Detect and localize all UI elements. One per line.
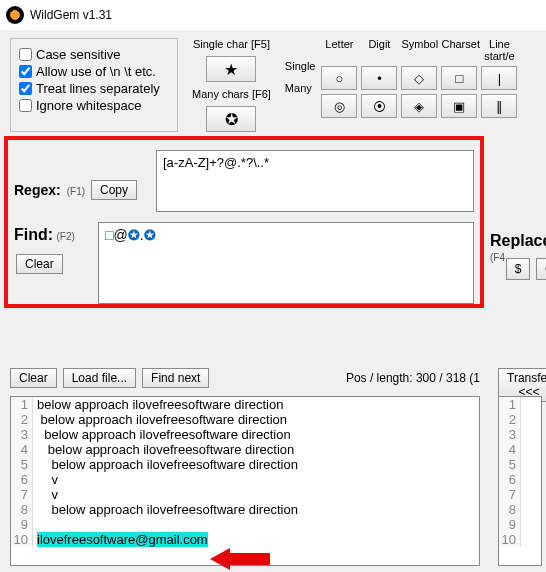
editor-line: 6 v bbox=[11, 472, 479, 487]
cell-many-line[interactable]: ‖ bbox=[481, 94, 517, 118]
cell-many-symbol[interactable]: ◈ bbox=[401, 94, 437, 118]
cell-single-letter[interactable]: ○ bbox=[321, 66, 357, 90]
editor-line: 1below approach ilovefreesoftware direct… bbox=[11, 397, 479, 412]
cell-single-charset[interactable]: □ bbox=[441, 66, 477, 90]
cell-many-charset[interactable]: ▣ bbox=[441, 94, 477, 118]
find-input[interactable]: □@✪.✪ bbox=[98, 222, 474, 304]
replace-clear-button[interactable]: Clear bbox=[536, 258, 546, 280]
editor-line: 2 below approach ilovefreesoftware direc… bbox=[11, 412, 479, 427]
ignore-whitespace-checkbox[interactable]: Ignore whitespace bbox=[19, 98, 169, 113]
single-char-label: Single char [F5] bbox=[193, 38, 270, 50]
options-panel: Case sensitive Allow use of \n \t etc. T… bbox=[10, 38, 178, 132]
ignore-ws-label: Ignore whitespace bbox=[36, 98, 142, 113]
editor-line: 4 below approach ilovefreesoftware direc… bbox=[11, 442, 479, 457]
position-info: Pos / length: 300 / 318 (1 bbox=[346, 371, 480, 385]
dollar-button[interactable]: $ bbox=[506, 258, 530, 280]
row-label-single: Single bbox=[285, 60, 316, 72]
col-letter: Letter bbox=[321, 38, 357, 62]
case-sensitive-label: Case sensitive bbox=[36, 47, 121, 62]
copy-button[interactable]: Copy bbox=[91, 180, 137, 200]
replace-label: Replace: bbox=[490, 232, 546, 249]
treat-lines-checkbox[interactable]: Treat lines separately bbox=[19, 81, 169, 96]
editor-line: 3 below approach ilovefreesoftware direc… bbox=[11, 427, 479, 442]
cell-many-letter[interactable]: ◎ bbox=[321, 94, 357, 118]
editor-clear-button[interactable]: Clear bbox=[10, 368, 57, 388]
editor-line: 7 v bbox=[11, 487, 479, 502]
cell-many-digit[interactable]: ⦿ bbox=[361, 94, 397, 118]
cell-single-digit[interactable]: • bbox=[361, 66, 397, 90]
editor-line: 10ilovefreesoftware@gmail.com bbox=[11, 532, 479, 547]
find-hint: (F2) bbox=[56, 231, 74, 242]
regex-label: Regex: bbox=[14, 182, 61, 198]
regex-hint: (F1) bbox=[67, 186, 85, 197]
app-icon bbox=[6, 6, 24, 24]
regex-input[interactable]: [a-zA-Z]+?@.*?\..* bbox=[156, 150, 474, 212]
single-char-button[interactable]: ★ bbox=[206, 56, 256, 82]
single-char-group: Single char [F5] ★ Many chars [F6] ✪ bbox=[192, 38, 271, 132]
allow-escapes-label: Allow use of \n \t etc. bbox=[36, 64, 156, 79]
case-sensitive-checkbox[interactable]: Case sensitive bbox=[19, 47, 169, 62]
col-linestart: Line start/e bbox=[481, 38, 517, 62]
col-symbol: Symbol bbox=[401, 38, 437, 62]
cell-single-line[interactable]: | bbox=[481, 66, 517, 90]
result-editor[interactable]: 12345678910 bbox=[498, 396, 542, 566]
find-next-button[interactable]: Find next bbox=[142, 368, 209, 388]
title-bar: WildGem v1.31 bbox=[0, 0, 546, 30]
find-label: Find: bbox=[14, 226, 53, 243]
row-label-many: Many bbox=[285, 82, 316, 94]
toolbar: Case sensitive Allow use of \n \t etc. T… bbox=[0, 30, 546, 138]
treat-lines-label: Treat lines separately bbox=[36, 81, 160, 96]
replace-hint: (F4 bbox=[490, 252, 505, 263]
editor-line: 8 below approach ilovefreesoftware direc… bbox=[11, 502, 479, 517]
find-clear-button[interactable]: Clear bbox=[16, 254, 63, 274]
source-editor[interactable]: 1below approach ilovefreesoftware direct… bbox=[10, 396, 480, 566]
cell-single-symbol[interactable]: ◇ bbox=[401, 66, 437, 90]
load-file-button[interactable]: Load file... bbox=[63, 368, 136, 388]
col-digit: Digit bbox=[361, 38, 397, 62]
col-charset: Charset bbox=[441, 38, 477, 62]
editor-line: 9 bbox=[11, 517, 479, 532]
allow-escapes-checkbox[interactable]: Allow use of \n \t etc. bbox=[19, 64, 169, 79]
editor-line: 5 below approach ilovefreesoftware direc… bbox=[11, 457, 479, 472]
arrow-annotation bbox=[210, 548, 270, 568]
many-chars-label: Many chars [F6] bbox=[192, 88, 271, 100]
many-chars-button[interactable]: ✪ bbox=[206, 106, 256, 132]
char-matrix: Single Many Letter Digit Symbol Charset … bbox=[285, 38, 518, 132]
app-title: WildGem v1.31 bbox=[30, 8, 112, 22]
